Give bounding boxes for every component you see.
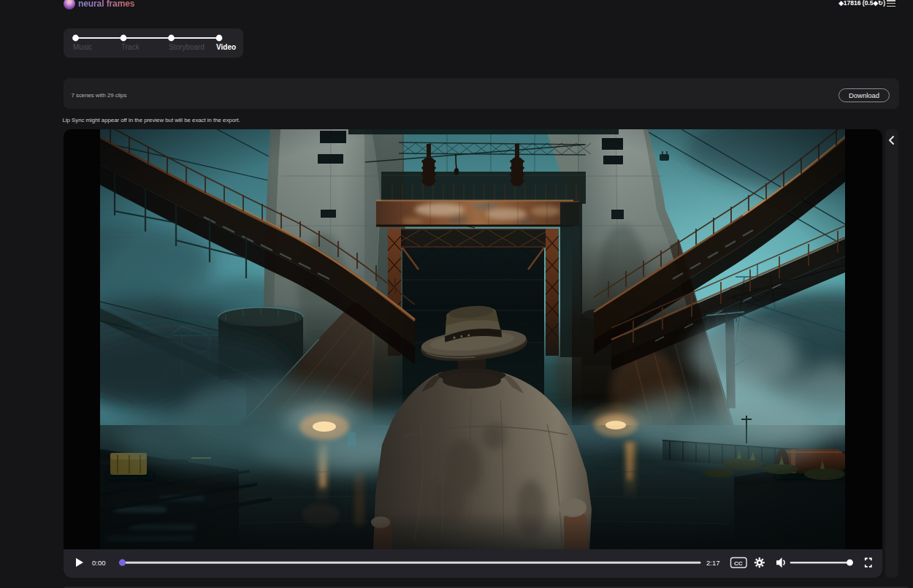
svg-text:CC: CC [734,560,743,566]
svg-text:0:00: 0:00 [92,558,106,566]
svg-text:2:17: 2:17 [706,558,720,566]
